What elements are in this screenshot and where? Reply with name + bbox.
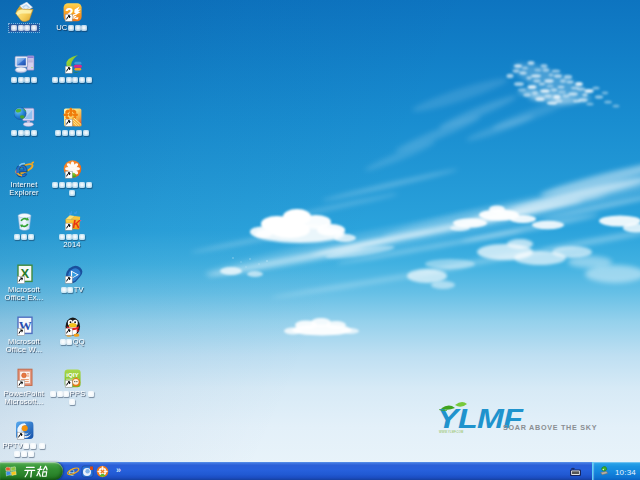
- svg-text:e: e: [15, 159, 27, 180]
- svg-text:WWW.YLMF.COM: WWW.YLMF.COM: [439, 430, 464, 434]
- svg-text:iQIY: iQIY: [66, 371, 79, 378]
- svg-text:K: K: [72, 218, 81, 230]
- svg-text:»: »: [116, 465, 121, 475]
- svg-text:SOAR ABOVE THE SKY: SOAR ABOVE THE SKY: [503, 423, 597, 432]
